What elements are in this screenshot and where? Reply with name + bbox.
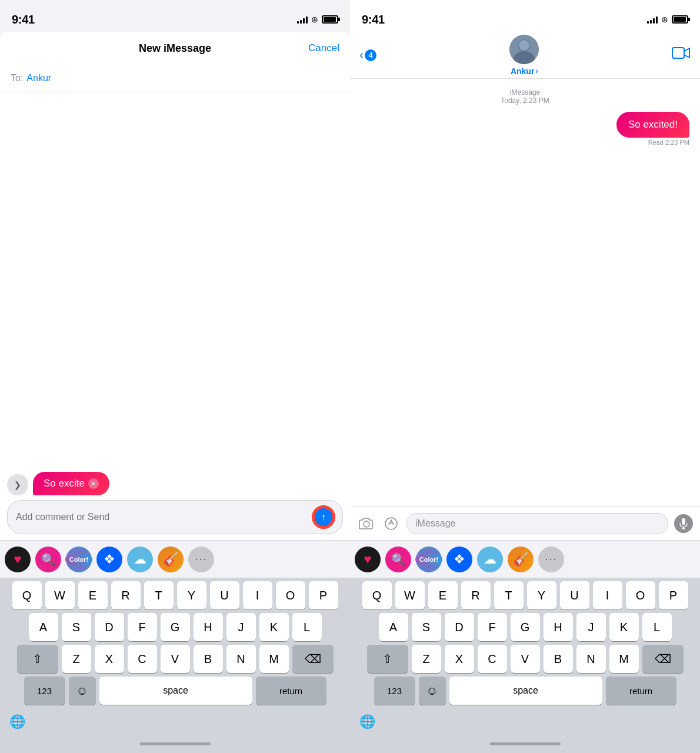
key-b[interactable]: B bbox=[194, 645, 223, 673]
contact-avatar[interactable] bbox=[509, 35, 539, 64]
emoji-key-right[interactable]: ☺ bbox=[419, 677, 446, 705]
color-app-icon-right[interactable]: Color! bbox=[416, 547, 442, 572]
key-g[interactable]: G bbox=[161, 613, 190, 641]
cloud-app-icon[interactable]: ☁ bbox=[127, 547, 153, 572]
key-d[interactable]: D bbox=[95, 613, 124, 641]
nav-title-left: New iMessage bbox=[139, 42, 211, 55]
key-n-r[interactable]: N bbox=[576, 645, 606, 673]
key-y-r[interactable]: Y bbox=[527, 581, 556, 609]
key-d-r[interactable]: D bbox=[445, 613, 474, 641]
key-h-r[interactable]: H bbox=[544, 613, 573, 641]
more-app-icon-right[interactable]: ··· bbox=[538, 547, 564, 572]
globe-icon-right[interactable]: 🌐 bbox=[356, 711, 379, 733]
key-w[interactable]: W bbox=[45, 581, 75, 609]
key-k-r[interactable]: K bbox=[609, 613, 639, 641]
comment-input-row[interactable]: ↑ bbox=[7, 500, 343, 534]
key-k[interactable]: K bbox=[259, 613, 289, 641]
key-v[interactable]: V bbox=[161, 645, 190, 673]
send-button[interactable]: ↑ bbox=[313, 507, 334, 528]
key-u[interactable]: U bbox=[210, 581, 239, 609]
key-z-r[interactable]: Z bbox=[412, 645, 441, 673]
key-y[interactable]: Y bbox=[177, 581, 206, 609]
key-l[interactable]: L bbox=[292, 613, 322, 641]
return-key-left[interactable]: return bbox=[256, 677, 326, 705]
dropbox-app-icon[interactable]: ❖ bbox=[96, 547, 122, 572]
guitar-app-icon[interactable]: 🎸 bbox=[158, 547, 184, 572]
key-f-r[interactable]: F bbox=[478, 613, 507, 641]
imessage-input[interactable]: iMessage bbox=[406, 513, 668, 534]
num-key-left[interactable]: 123 bbox=[24, 677, 65, 705]
key-x-r[interactable]: X bbox=[445, 645, 474, 673]
key-z[interactable]: Z bbox=[62, 645, 91, 673]
color-app-icon[interactable]: Color! bbox=[66, 547, 92, 572]
key-p[interactable]: P bbox=[309, 581, 338, 609]
num-key-right[interactable]: 123 bbox=[374, 677, 415, 705]
audio-button[interactable] bbox=[674, 514, 693, 533]
key-p-r[interactable]: P bbox=[659, 581, 688, 609]
search-app-icon[interactable]: 🔍 bbox=[35, 547, 61, 572]
tapback-dismiss-button[interactable]: ✕ bbox=[88, 478, 99, 489]
back-button[interactable]: ‹ 4 bbox=[359, 48, 376, 63]
key-i[interactable]: I bbox=[243, 581, 272, 609]
key-a-r[interactable]: A bbox=[379, 613, 408, 641]
keyboard-row-1-right: Q W E R T Y U I O P bbox=[350, 578, 700, 609]
space-key-right[interactable]: space bbox=[449, 677, 602, 705]
key-j[interactable]: J bbox=[226, 613, 256, 641]
shift-key-left[interactable]: ⇧ bbox=[17, 645, 58, 673]
to-field[interactable]: To: Ankur bbox=[0, 65, 350, 92]
key-a[interactable]: A bbox=[29, 613, 58, 641]
globe-row-right: 🌐 bbox=[350, 708, 700, 734]
camera-button[interactable] bbox=[357, 514, 376, 533]
key-s-r[interactable]: S bbox=[412, 613, 441, 641]
cancel-button[interactable]: Cancel bbox=[308, 42, 339, 54]
key-e[interactable]: E bbox=[78, 581, 108, 609]
key-j-r[interactable]: J bbox=[576, 613, 606, 641]
expand-button[interactable]: ❯ bbox=[7, 474, 28, 495]
key-x[interactable]: X bbox=[95, 645, 124, 673]
key-s[interactable]: S bbox=[62, 613, 91, 641]
key-n[interactable]: N bbox=[226, 645, 256, 673]
emoji-key-left[interactable]: ☺ bbox=[69, 677, 96, 705]
key-v-r[interactable]: V bbox=[511, 645, 540, 673]
key-r-r[interactable]: R bbox=[461, 581, 491, 609]
heart-app-icon[interactable]: ♥ bbox=[5, 547, 31, 572]
video-call-button[interactable] bbox=[672, 46, 691, 64]
dropbox-app-icon-right[interactable]: ❖ bbox=[446, 547, 472, 572]
key-r[interactable]: R bbox=[111, 581, 141, 609]
guitar-app-icon-right[interactable]: 🎸 bbox=[508, 547, 534, 572]
key-t-r[interactable]: T bbox=[494, 581, 524, 609]
key-o-r[interactable]: O bbox=[626, 581, 655, 609]
shift-key-right[interactable]: ⇧ bbox=[367, 645, 408, 673]
contact-name[interactable]: Ankur › bbox=[511, 66, 538, 76]
cloud-app-icon-right[interactable]: ☁ bbox=[477, 547, 503, 572]
key-g-r[interactable]: G bbox=[511, 613, 540, 641]
key-m-r[interactable]: M bbox=[609, 645, 639, 673]
comment-input[interactable] bbox=[16, 512, 307, 522]
return-key-right[interactable]: return bbox=[606, 677, 676, 705]
heart-app-icon-right[interactable]: ♥ bbox=[355, 547, 381, 572]
message-area-left bbox=[0, 92, 350, 467]
app-store-button[interactable] bbox=[382, 514, 401, 533]
key-t[interactable]: T bbox=[144, 581, 174, 609]
key-o[interactable]: O bbox=[276, 581, 305, 609]
keyboard-row-3-right: ⇧ Z X C V B N M ⌫ bbox=[350, 641, 700, 673]
space-key-left[interactable]: space bbox=[99, 677, 252, 705]
search-app-icon-right[interactable]: 🔍 bbox=[385, 547, 411, 572]
key-w-r[interactable]: W bbox=[395, 581, 425, 609]
key-f[interactable]: F bbox=[128, 613, 157, 641]
key-u-r[interactable]: U bbox=[560, 581, 589, 609]
key-q[interactable]: Q bbox=[12, 581, 42, 609]
key-e-r[interactable]: E bbox=[428, 581, 458, 609]
key-l-r[interactable]: L bbox=[642, 613, 672, 641]
globe-icon-left[interactable]: 🌐 bbox=[6, 711, 29, 733]
key-b-r[interactable]: B bbox=[544, 645, 573, 673]
key-c[interactable]: C bbox=[128, 645, 157, 673]
key-m[interactable]: M bbox=[259, 645, 289, 673]
delete-key-left[interactable]: ⌫ bbox=[292, 645, 334, 673]
key-q-r[interactable]: Q bbox=[362, 581, 392, 609]
key-i-r[interactable]: I bbox=[593, 581, 622, 609]
more-app-icon[interactable]: ··· bbox=[188, 547, 214, 572]
key-h[interactable]: H bbox=[194, 613, 223, 641]
delete-key-right[interactable]: ⌫ bbox=[642, 645, 684, 673]
key-c-r[interactable]: C bbox=[478, 645, 507, 673]
